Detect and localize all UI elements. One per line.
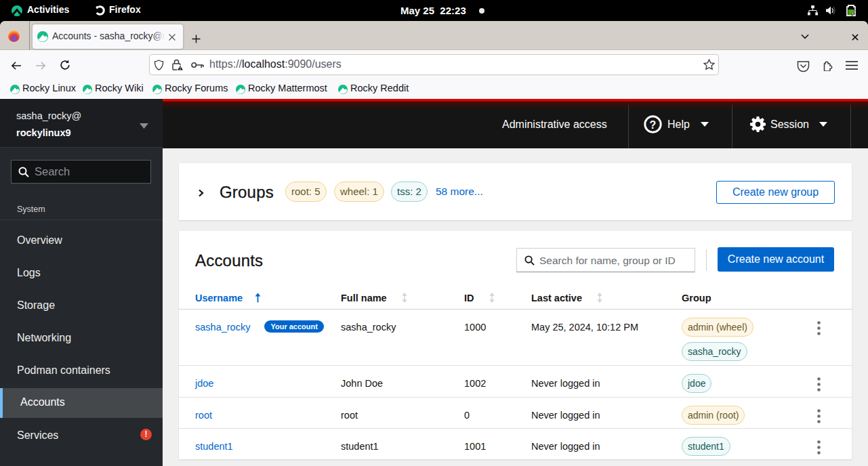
svg-text:?: ? [650,119,657,131]
